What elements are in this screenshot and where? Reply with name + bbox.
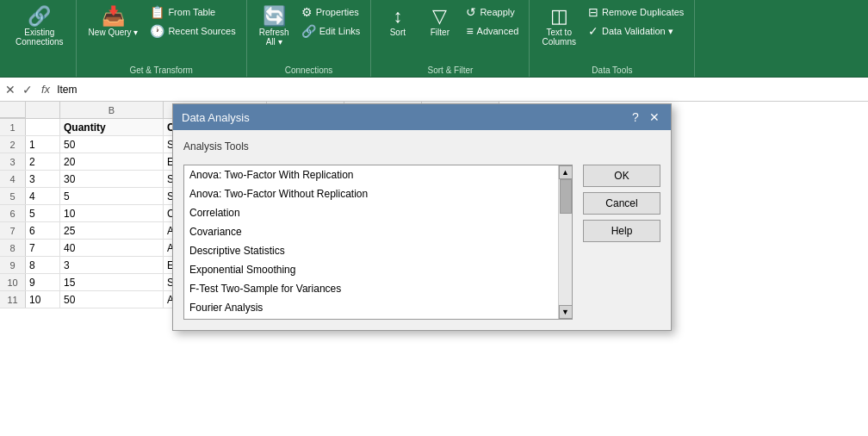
scrollbar-up-arrow[interactable]: ▲ bbox=[559, 165, 573, 179]
list-item[interactable]: Histogram bbox=[184, 317, 558, 319]
list-item[interactable]: Exponential Smoothing bbox=[184, 260, 558, 279]
list-item[interactable]: Covariance bbox=[184, 222, 558, 241]
dialog-titlebar: Data Analysis ? ✕ bbox=[173, 104, 671, 130]
list-item[interactable]: Fourier Analysis bbox=[184, 298, 558, 317]
list-item[interactable]: Anova: Two-Factor With Replication bbox=[184, 165, 558, 184]
dialog-body: Analysis Tools Anova: Two-Factor With Re… bbox=[173, 130, 671, 330]
scrollbar-down-arrow[interactable]: ▼ bbox=[559, 305, 573, 319]
dialog-close-button[interactable]: ✕ bbox=[647, 109, 662, 125]
scrollbar-track[interactable] bbox=[559, 179, 572, 305]
dialog-title: Data Analysis bbox=[182, 111, 250, 124]
analysis-tools-label: Analysis Tools bbox=[183, 140, 660, 153]
dialog-main-row: Anova: Two-Factor With ReplicationAnova:… bbox=[183, 165, 660, 320]
scrollbar-thumb[interactable] bbox=[560, 179, 572, 214]
analysis-tools-listbox-container: Anova: Two-Factor With ReplicationAnova:… bbox=[183, 165, 573, 320]
list-item[interactable]: Descriptive Statistics bbox=[184, 241, 558, 260]
ok-button[interactable]: OK bbox=[583, 165, 660, 187]
list-item[interactable]: Correlation bbox=[184, 203, 558, 222]
cancel-button[interactable]: Cancel bbox=[583, 192, 660, 215]
dialog-overlay: Data Analysis ? ✕ Analysis Tools Anova: … bbox=[0, 0, 868, 436]
listbox-scrollbar[interactable]: ▲ ▼ bbox=[558, 165, 572, 319]
dialog-help-button[interactable]: ? bbox=[628, 109, 643, 125]
data-analysis-dialog: Data Analysis ? ✕ Analysis Tools Anova: … bbox=[172, 103, 672, 331]
list-item[interactable]: Anova: Two-Factor Without Replication bbox=[184, 184, 558, 203]
analysis-tools-listbox[interactable]: Anova: Two-Factor With ReplicationAnova:… bbox=[184, 165, 558, 319]
list-item[interactable]: F-Test Two-Sample for Variances bbox=[184, 279, 558, 298]
dialog-buttons: OK Cancel Help bbox=[583, 165, 660, 320]
dialog-controls: ? ✕ bbox=[628, 109, 662, 125]
help-button[interactable]: Help bbox=[583, 220, 660, 242]
